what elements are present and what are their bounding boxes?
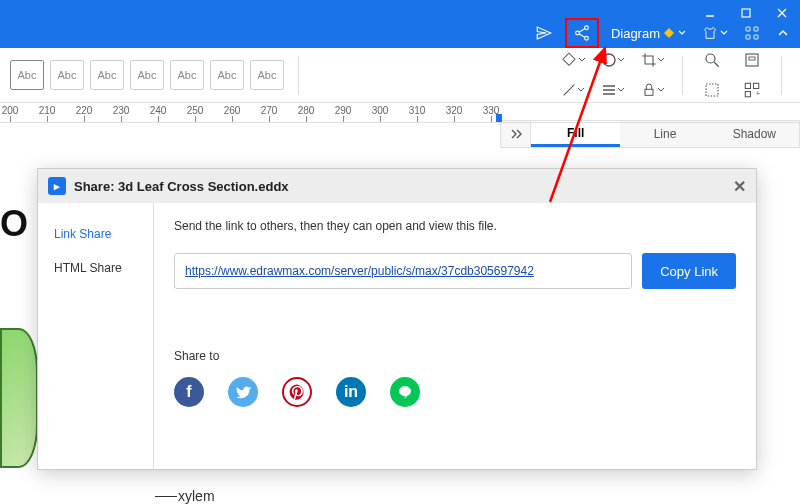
chevron-up-icon[interactable] <box>772 24 794 42</box>
dialog-main: Send the link to others, then they can o… <box>154 203 756 469</box>
diamond-icon <box>662 26 676 40</box>
svg-line-19 <box>714 62 719 67</box>
svg-rect-24 <box>754 83 759 88</box>
svg-point-27 <box>399 386 411 396</box>
dialog-sidebar: Link Share HTML Share <box>38 203 154 469</box>
select-tool[interactable] <box>697 78 727 102</box>
svg-point-5 <box>585 26 589 30</box>
ruler-tick-label: 330 <box>483 105 500 116</box>
shape-tool[interactable] <box>598 48 628 72</box>
separator <box>682 56 683 94</box>
toolbar: Abc Abc Abc Abc Abc Abc Abc + <box>0 48 800 103</box>
titlebar-menu: Diagram <box>531 18 794 48</box>
svg-rect-21 <box>749 57 755 60</box>
ruler-tick-label: 200 <box>2 105 19 116</box>
ruler-tick-label: 270 <box>261 105 278 116</box>
svg-rect-17 <box>645 89 653 95</box>
ruler-tick-label: 290 <box>335 105 352 116</box>
ruler-tick-label: 320 <box>446 105 463 116</box>
copy-link-button[interactable]: Copy Link <box>642 253 736 289</box>
social-icons: f in <box>174 377 736 407</box>
line-icon[interactable] <box>390 377 420 407</box>
search-tool[interactable] <box>697 48 727 72</box>
share-link-field[interactable]: https://www.edrawmax.com/server/public/s… <box>174 253 632 289</box>
ruler-tick-label: 260 <box>224 105 241 116</box>
style-preset-5[interactable]: Abc <box>170 60 204 90</box>
svg-rect-1 <box>742 9 750 17</box>
properties-panel-tabs: Fill Line Shadow <box>500 120 800 148</box>
ruler-tick-label: 220 <box>76 105 93 116</box>
chevron-down-icon <box>720 29 728 37</box>
dialog-title-text: Share: 3d Leaf Cross Section.eddx <box>74 179 289 194</box>
svg-text:+: + <box>756 89 761 98</box>
sidebar-item-link-share[interactable]: Link Share <box>38 217 153 251</box>
share-to-label: Share to <box>174 349 736 363</box>
canvas-text-shape: O <box>0 203 40 263</box>
ruler-tick-label: 250 <box>187 105 204 116</box>
style-preset-3[interactable]: Abc <box>90 60 124 90</box>
dialog-body: Link Share HTML Share Send the link to o… <box>38 203 756 469</box>
separator <box>781 56 782 94</box>
tab-line[interactable]: Line <box>620 121 709 147</box>
separator <box>298 56 299 94</box>
canvas-connector <box>155 496 177 497</box>
ruler-tick-label: 240 <box>150 105 167 116</box>
share-instruction: Send the link to others, then they can o… <box>174 219 736 233</box>
style-preset-7[interactable]: Abc <box>250 60 284 90</box>
apps-icon[interactable] <box>740 23 764 43</box>
pen-tool[interactable] <box>558 78 588 102</box>
canvas-label-xylem: xylem <box>178 488 215 504</box>
tab-fill[interactable]: Fill <box>531 121 620 147</box>
svg-line-7 <box>579 29 585 33</box>
share-icon[interactable] <box>565 18 599 48</box>
svg-rect-22 <box>706 84 718 96</box>
link-row: https://www.edrawmax.com/server/public/s… <box>174 253 736 289</box>
lock-tool[interactable] <box>638 78 668 102</box>
diagram-menu[interactable]: Diagram <box>607 24 690 43</box>
ruler-tick-label: 310 <box>409 105 426 116</box>
ruler-tick-label: 300 <box>372 105 389 116</box>
chevron-down-icon <box>678 29 686 37</box>
artboard-tool[interactable] <box>737 48 767 72</box>
svg-point-4 <box>576 31 580 35</box>
collapse-panel-button[interactable] <box>501 121 531 147</box>
fill-tool[interactable] <box>558 48 588 72</box>
canvas-leaf-shape <box>0 328 38 468</box>
linkedin-icon[interactable]: in <box>336 377 366 407</box>
diagram-label: Diagram <box>611 26 660 41</box>
twitter-icon[interactable] <box>228 377 258 407</box>
titlebar: Diagram <box>0 0 800 48</box>
style-preset-6[interactable]: Abc <box>210 60 244 90</box>
svg-line-8 <box>579 34 585 38</box>
dialog-titlebar: ▸ Share: 3d Leaf Cross Section.eddx ✕ <box>38 169 756 203</box>
svg-point-18 <box>706 54 715 63</box>
sidebar-item-html-share[interactable]: HTML Share <box>38 251 153 285</box>
svg-rect-9 <box>746 27 750 31</box>
style-preset-1[interactable]: Abc <box>10 60 44 90</box>
components-tool[interactable]: + <box>737 78 767 102</box>
share-to-section: Share to f in <box>174 349 736 407</box>
line-style-tool[interactable] <box>598 78 628 102</box>
app-logo-icon: ▸ <box>48 177 66 195</box>
style-preset-2[interactable]: Abc <box>50 60 84 90</box>
crop-tool[interactable] <box>638 48 668 72</box>
shirt-menu[interactable] <box>698 23 732 43</box>
style-preset-4[interactable]: Abc <box>130 60 164 90</box>
ruler-horizontal: 2002102202302402502602702802903003103203… <box>0 103 800 123</box>
shirt-icon <box>702 25 718 41</box>
ruler-tick-label: 280 <box>298 105 315 116</box>
svg-rect-25 <box>745 92 750 97</box>
svg-point-6 <box>585 36 589 40</box>
ruler-tick-label: 230 <box>113 105 130 116</box>
send-icon[interactable] <box>531 22 557 44</box>
pinterest-icon[interactable] <box>282 377 312 407</box>
svg-rect-10 <box>754 27 758 31</box>
facebook-icon[interactable]: f <box>174 377 204 407</box>
svg-rect-23 <box>745 83 750 88</box>
svg-rect-12 <box>754 35 758 39</box>
ruler-tick-label: 210 <box>39 105 56 116</box>
tab-shadow[interactable]: Shadow <box>710 121 799 147</box>
svg-point-13 <box>603 54 615 66</box>
svg-rect-11 <box>746 35 750 39</box>
dialog-close-button[interactable]: ✕ <box>733 177 746 196</box>
